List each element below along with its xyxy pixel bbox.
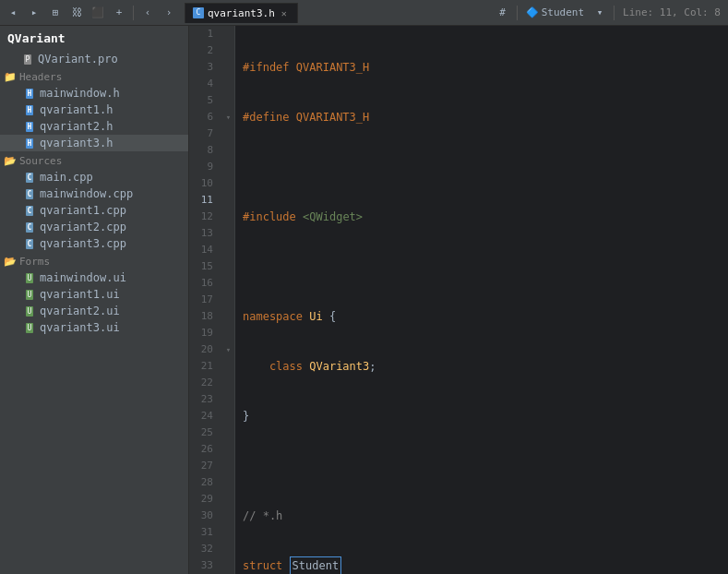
- code-line-1: #ifndef QVARIANT3_H: [243, 59, 721, 76]
- breadcrumb-arrow[interactable]: ▾: [591, 4, 609, 22]
- line-col-info: Line: 11, Col: 8: [619, 6, 724, 18]
- tab-filename: qvariant3.h: [208, 7, 275, 19]
- fold-col: ▾: [222, 26, 235, 574]
- tree-item-mainwindowui[interactable]: U mainwindow.ui: [0, 269, 188, 286]
- tree-item-qvariant1ui[interactable]: U qvariant1.ui: [0, 286, 188, 303]
- tab-bar: C qvariant3.h ✕: [185, 3, 491, 23]
- ln-20: 20: [189, 341, 217, 358]
- fold-6[interactable]: ▾: [222, 109, 234, 126]
- fold-27: [222, 458, 234, 474]
- folder-icon-forms: 📂: [4, 256, 17, 268]
- tree-item-qvariant2cpp[interactable]: C qvariant2.cpp: [0, 219, 188, 235]
- h-icon: H: [22, 137, 37, 149]
- tree-item-qvariant1h[interactable]: H qvariant1.h: [0, 102, 188, 118]
- fold-32: [222, 541, 234, 557]
- fold-30: [222, 508, 234, 524]
- tree-item-mainwindowh[interactable]: H mainwindow.h: [0, 85, 188, 102]
- fold-4: [222, 76, 234, 92]
- code-line-2: #define QVARIANT3_H: [243, 109, 721, 126]
- code-line-10: // *.h: [243, 508, 721, 524]
- tab-close-btn[interactable]: ✕: [279, 7, 290, 18]
- ln-9: 9: [189, 159, 217, 175]
- tree-item-qvariant1cpp[interactable]: C qvariant1.cpp: [0, 202, 188, 219]
- hash-btn[interactable]: #: [494, 4, 512, 22]
- code-content[interactable]: #ifndef QVARIANT3_H #define QVARIANT3_H …: [235, 26, 728, 574]
- ln-18: 18: [189, 308, 217, 325]
- ln-21: 21: [189, 358, 217, 375]
- ln-6: 6: [189, 109, 217, 126]
- tree-item-pro[interactable]: P QVariant.pro: [0, 51, 188, 67]
- fold-31: [222, 524, 234, 541]
- fold-20[interactable]: ▾: [222, 341, 234, 358]
- nav-back-btn[interactable]: ◂: [4, 4, 22, 22]
- section-forms[interactable]: 📂 Forms: [0, 252, 188, 269]
- ln-24: 24: [189, 408, 217, 425]
- tree-item-qvariant3cpp[interactable]: C qvariant3.cpp: [0, 235, 188, 252]
- code-line-11: struct Student: [243, 557, 721, 574]
- ln-27: 27: [189, 458, 217, 474]
- fold-19: [222, 325, 234, 341]
- ui-icon: U: [22, 271, 37, 284]
- fold-23: [222, 391, 234, 408]
- sep1: [133, 6, 134, 20]
- code-line-5: [243, 258, 721, 275]
- tree-item-qvariant3ui[interactable]: U qvariant3.ui: [0, 319, 188, 336]
- tree-item-qvariant3h[interactable]: H qvariant3.h: [0, 135, 188, 151]
- fold-18: [222, 308, 234, 325]
- fold-25: [222, 425, 234, 441]
- cpp-icon: C: [22, 221, 37, 233]
- code-line-6: namespace Ui {: [243, 308, 721, 325]
- fold-12: [222, 209, 234, 225]
- section-sources[interactable]: 📂 Sources: [0, 151, 188, 169]
- fold-15: [222, 258, 234, 275]
- folder-icon-sources: 📂: [4, 155, 17, 167]
- cpp-icon: C: [22, 187, 37, 200]
- code-line-8: }: [243, 408, 721, 425]
- block-btn[interactable]: ⬛: [89, 4, 107, 22]
- ln-22: 22: [189, 375, 217, 391]
- fold-11: [222, 192, 234, 209]
- filter-btn[interactable]: ⊞: [46, 4, 65, 22]
- tree-item-mainwindowcpp[interactable]: C mainwindow.cpp: [0, 185, 188, 202]
- ln-7: 7: [189, 126, 217, 142]
- fold-21: [222, 358, 234, 375]
- fold-17: [222, 292, 234, 308]
- cpp-icon: C: [22, 171, 37, 184]
- arrow-left-btn[interactable]: ‹: [138, 4, 157, 22]
- sources-label: Sources: [19, 155, 62, 167]
- editor[interactable]: 1 2 3 4 5 6 7 8 9 10 11 12 13: [189, 26, 728, 574]
- tree-item-qvariant2ui[interactable]: U qvariant2.ui: [0, 303, 188, 319]
- plus-btn[interactable]: +: [110, 4, 128, 22]
- ln-33: 33: [189, 557, 217, 574]
- cpp-icon: C: [22, 204, 37, 217]
- ln-10: 10: [189, 175, 217, 192]
- forms-list: U mainwindow.ui U qvariant1.ui U qvarian…: [0, 269, 188, 336]
- code-line-4: #include <QWidget>: [243, 209, 721, 225]
- tree-item-maincpp[interactable]: C main.cpp: [0, 169, 188, 185]
- ui-icon: U: [22, 288, 37, 301]
- nav-fwd-btn[interactable]: ▸: [25, 4, 43, 22]
- toolbar: ◂ ▸ ⊞ ⛓ ⬛ + ‹ › C qvariant3.h ✕ # 🔷 Stud…: [0, 0, 728, 26]
- fold-3: [222, 59, 234, 76]
- ln-8: 8: [189, 142, 217, 159]
- arrow-right-btn[interactable]: ›: [160, 4, 178, 22]
- folder-icon-headers: 📁: [4, 71, 17, 83]
- headers-label: Headers: [19, 71, 62, 83]
- ln-12: 12: [189, 209, 217, 225]
- ln-11: 11: [189, 192, 217, 209]
- sidebar: QVariant P QVariant.pro 📁 Headers H main…: [0, 26, 189, 574]
- breadcrumb-root: Student: [542, 6, 584, 18]
- section-headers[interactable]: 📁 Headers: [0, 67, 188, 85]
- link-btn[interactable]: ⛓: [67, 4, 86, 22]
- code-area: 1 2 3 4 5 6 7 8 9 10 11 12 13: [189, 26, 728, 574]
- sep2: [517, 6, 518, 20]
- ln-15: 15: [189, 258, 217, 275]
- ln-14: 14: [189, 242, 217, 258]
- ln-4: 4: [189, 76, 217, 92]
- ln-19: 19: [189, 325, 217, 341]
- ln-5: 5: [189, 92, 217, 109]
- code-line-3: [243, 159, 721, 175]
- pro-icon: P: [20, 53, 35, 66]
- tree-item-qvariant2h[interactable]: H qvariant2.h: [0, 118, 188, 135]
- file-tab-qvariant3h[interactable]: C qvariant3.h ✕: [185, 3, 298, 23]
